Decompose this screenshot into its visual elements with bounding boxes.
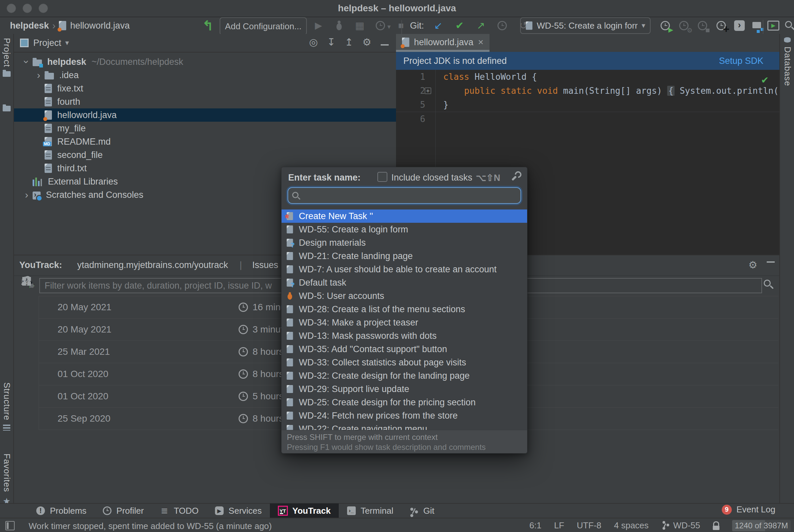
- indent-setting[interactable]: 4 spaces: [614, 520, 649, 531]
- task-list-item[interactable]: WD-25: Create design for the pricing sec…: [281, 396, 527, 409]
- tree-row[interactable]: .idea: [14, 69, 396, 82]
- close-tab-icon[interactable]: ×: [478, 37, 483, 48]
- task-list-item[interactable]: WD-32: Create design for the landing pag…: [281, 369, 527, 382]
- task-item-label: WD-25: Create design for the pricing sec…: [299, 397, 476, 407]
- unlock-icon[interactable]: [713, 521, 719, 530]
- line-separator[interactable]: LF: [554, 520, 564, 531]
- tool-stripe-commit[interactable]: [0, 106, 13, 111]
- include-closed-tasks-checkbox[interactable]: [377, 172, 387, 182]
- gear-icon[interactable]: ⚙: [363, 37, 371, 48]
- project-panel-title[interactable]: Project: [33, 38, 61, 48]
- task-list-item[interactable]: Default task: [281, 276, 527, 289]
- tool-window-tab[interactable]: YouTrack: [270, 504, 339, 518]
- tool-stripe-database[interactable]: Database: [780, 37, 794, 86]
- inspections-ok-icon[interactable]: ✔: [762, 73, 768, 86]
- tool-window-tab[interactable]: Terminal: [339, 504, 401, 518]
- task-list-item[interactable]: Design materials: [281, 236, 527, 249]
- tab-issues[interactable]: Issues: [252, 260, 278, 270]
- code-line: 2 + public static void main(String[] arg…: [396, 84, 779, 98]
- start-timer-button[interactable]: [660, 20, 671, 31]
- fold-region-icon[interactable]: +: [425, 88, 431, 94]
- hide-panel-icon[interactable]: [767, 261, 775, 263]
- task-search-input[interactable]: [288, 187, 521, 204]
- checkbox-label[interactable]: Include closed tasks: [391, 173, 472, 183]
- task-list-item[interactable]: WD-5: User accounts: [281, 289, 527, 303]
- task-selector[interactable]: WD-55: Create a login form ▾: [520, 17, 650, 34]
- run-anything-button[interactable]: [768, 21, 779, 31]
- locate-file-icon[interactable]: ◎: [309, 37, 318, 48]
- tree-chevron-icon[interactable]: [21, 189, 33, 201]
- rerun-arrow-icon[interactable]: ↰: [202, 17, 214, 34]
- task-list-item[interactable]: WD-28: Create a list of the menu section…: [281, 303, 527, 316]
- add-configuration-button[interactable]: Add Configuration...: [220, 17, 307, 35]
- chevron-down-icon[interactable]: ▾: [65, 39, 69, 47]
- tree-row[interactable]: my_file: [14, 122, 396, 135]
- task-list-item[interactable]: Create New Task '': [281, 209, 527, 223]
- task-list-item[interactable]: WD-13: Mask passwords with dots: [281, 329, 527, 342]
- tool-window-tab[interactable]: Profiler: [94, 504, 152, 518]
- work-item-duration: 8 hours: [253, 369, 283, 379]
- debug-button[interactable]: [333, 20, 345, 31]
- collapse-all-icon[interactable]: ↥: [345, 37, 353, 48]
- task-list-item[interactable]: WD-21: Create landing page: [281, 249, 527, 263]
- git-branch-widget[interactable]: WD-55: [661, 520, 700, 531]
- open-in-terminal-button[interactable]: [734, 20, 745, 31]
- commit-button[interactable]: ✔: [454, 20, 465, 31]
- work-item-date: 25 Mar 2021: [39, 346, 239, 357]
- file-encoding[interactable]: UTF-8: [577, 520, 601, 531]
- tree-row[interactable]: fixe.txt: [14, 82, 396, 95]
- help-button[interactable]: ?: [21, 275, 32, 287]
- caret-position[interactable]: 6:1: [530, 520, 541, 531]
- task-list-item[interactable]: WD-22: Create navigation menu: [281, 422, 527, 430]
- tab-helloworld-java[interactable]: helloworld.java ×: [396, 34, 490, 51]
- task-item-label: Default task: [299, 278, 346, 288]
- tree-row[interactable]: fourth: [14, 95, 396, 108]
- timer-settings-button[interactable]: [678, 20, 689, 31]
- history-button[interactable]: [497, 20, 508, 31]
- task-list-item[interactable]: WD-35: Add "Contact support" button: [281, 342, 527, 356]
- task-groups-button[interactable]: [752, 20, 763, 31]
- task-list-item[interactable]: WD-55: Create a login form: [281, 223, 527, 236]
- tree-row[interactable]: README.md: [14, 135, 396, 148]
- tool-window-tab[interactable]: TODO: [152, 504, 207, 518]
- tool-stripe-structure[interactable]: Structure: [0, 382, 13, 431]
- setup-sdk-link[interactable]: Setup SDK: [719, 56, 763, 66]
- task-list-item[interactable]: WD-33: Collect statistics about page vis…: [281, 356, 527, 369]
- run-button[interactable]: [313, 20, 324, 31]
- coverage-button[interactable]: [354, 20, 365, 31]
- tool-window-tab[interactable]: Git: [401, 504, 442, 518]
- tree-row[interactable]: helloworld.java: [14, 108, 396, 122]
- timer-copy-button[interactable]: [697, 20, 708, 31]
- hide-panel-icon[interactable]: [381, 44, 389, 45]
- search-everywhere-button[interactable]: [784, 20, 794, 31]
- tool-stripe-project[interactable]: Project: [0, 38, 13, 77]
- push-button[interactable]: ↗: [475, 20, 486, 31]
- task-list-item[interactable]: WD-34: Make a project teaser: [281, 316, 527, 329]
- status-message: Work timer stopped, spent time added to …: [29, 521, 272, 531]
- gear-icon[interactable]: ⚙: [749, 259, 757, 271]
- tree-chevron-icon[interactable]: [33, 70, 44, 81]
- profiler-button[interactable]: [375, 20, 386, 31]
- tree-row[interactable]: second_file: [14, 148, 396, 162]
- tool-stripe-favorites[interactable]: Favorites ★: [0, 454, 13, 507]
- tool-window-tab[interactable]: Problems: [28, 504, 94, 518]
- expand-all-icon[interactable]: ↧: [327, 37, 335, 48]
- task-list-item[interactable]: WD-29: Support live update: [281, 382, 527, 396]
- task-list-item[interactable]: WD-24: Fetch new prices from the store: [281, 409, 527, 422]
- update-project-button[interactable]: ↙: [432, 20, 444, 31]
- task-list-item[interactable]: WD-7: A user should be able to create an…: [281, 263, 527, 276]
- profiler-icon: [103, 506, 112, 515]
- toolwindow-toggle-icon[interactable]: [5, 521, 15, 530]
- breadcrumb-project[interactable]: helpdesk: [10, 21, 49, 31]
- database-strip-label: Database: [782, 46, 793, 86]
- tree-row[interactable]: helpdesk ~/Documents/helpdesk: [14, 55, 396, 69]
- breadcrumb-file[interactable]: helloworld.java: [70, 21, 130, 31]
- memory-indicator[interactable]: 1240 of 3987M: [732, 520, 791, 531]
- tool-window-tab[interactable]: Services: [207, 504, 270, 518]
- search-icon[interactable]: [763, 279, 774, 290]
- wrench-icon[interactable]: [511, 171, 522, 182]
- stop-button[interactable]: [395, 20, 407, 31]
- event-log-button[interactable]: 9 Event Log: [722, 505, 775, 515]
- add-spent-time-button[interactable]: [716, 20, 727, 31]
- tree-chevron-icon[interactable]: [21, 56, 33, 68]
